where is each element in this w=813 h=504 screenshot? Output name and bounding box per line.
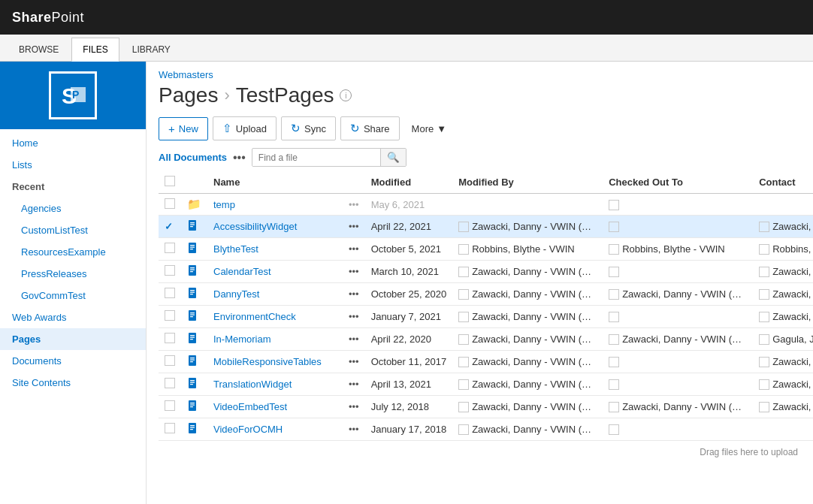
row-checkbox[interactable] [165,265,175,276]
file-link[interactable]: In-Memoriam [213,333,271,345]
row-options-cell[interactable]: ••• [343,261,365,283]
col-name[interactable]: Name [207,171,343,194]
checkout-checkbox[interactable] [609,289,619,300]
checkout-checkbox-empty[interactable] [609,312,619,322]
docs-options-button[interactable]: ••• [233,151,246,164]
file-link[interactable]: CalendarTest [213,266,271,277]
col-modified-by[interactable]: Modified By [452,171,603,194]
svg-rect-25 [190,335,195,336]
contact-checkbox[interactable] [759,289,769,300]
checkout-checkbox[interactable] [609,334,619,345]
contact-checkbox[interactable] [759,402,769,412]
modby-checkbox[interactable] [458,289,469,300]
row-options-cell[interactable]: ••• [343,351,365,373]
row-modified-cell: October 11, 2017 [365,351,452,373]
col-modified[interactable]: Modified [365,171,452,194]
modby-checkbox[interactable] [458,222,469,232]
checkout-checkbox-empty[interactable] [609,379,619,390]
row-checkbox[interactable] [165,288,175,298]
sidebar-item-agencies[interactable]: Agencies [0,198,146,219]
modby-checkbox[interactable] [458,402,469,412]
modby-checkbox[interactable] [458,424,469,435]
modby-checkbox[interactable] [458,267,469,277]
sidebar-item-sitecontents[interactable]: Site Contents [0,372,146,394]
file-link[interactable]: VideoForOCMH [213,424,283,435]
aspx-icon [187,309,199,321]
search-button[interactable]: 🔍 [380,149,406,166]
modby-checkbox[interactable] [458,334,469,345]
search-input[interactable] [252,149,380,166]
checkout-checkbox-empty[interactable] [609,424,619,435]
row-options-cell[interactable]: ••• [343,418,365,441]
checkout-checkbox-empty[interactable] [609,357,619,367]
row-checkbox[interactable] [165,400,175,411]
modby-checkbox[interactable] [458,357,469,367]
sidebar-item-lists[interactable]: Lists [0,154,146,176]
col-contact[interactable]: Contact [753,171,813,194]
row-checkbox[interactable] [165,333,175,343]
row-checkbox[interactable] [165,310,175,321]
checkout-checkbox-empty[interactable] [609,222,619,232]
upload-button[interactable]: ⇧ Upload [213,116,277,140]
contact-checkbox[interactable] [759,267,769,277]
contact-checkbox[interactable] [759,379,769,390]
new-button[interactable]: + New [159,117,208,140]
row-options-cell[interactable]: ••• [343,238,365,261]
modby-checkbox[interactable] [458,312,469,322]
contact-text: Zawacki, Da [772,356,813,367]
info-icon[interactable]: i [340,89,352,101]
breadcrumb[interactable]: Webmasters [159,69,801,80]
row-checkbox[interactable] [165,355,175,366]
row-options-cell[interactable]: ••• [343,396,365,418]
row-checkbox[interactable] [165,378,175,388]
contact-checkbox[interactable] [759,357,769,367]
row-options-cell[interactable]: ••• [343,306,365,328]
sidebar-item-home[interactable]: Home [0,132,146,154]
sidebar-item-resourcesexample[interactable]: ResourcesExample [0,241,146,263]
row-checkbox[interactable] [165,198,175,209]
tab-browse[interactable]: BROWSE [8,38,70,61]
sidebar-item-pages[interactable]: Pages [0,328,146,350]
contact-checkbox[interactable] [759,334,769,345]
file-link[interactable]: AccessibilityWidget [213,221,297,232]
file-link[interactable]: BlytheTest [213,243,258,255]
header-checkbox[interactable] [165,176,175,186]
contact-checkbox[interactable] [759,312,769,322]
sidebar-item-customlisttest[interactable]: CustomListTest [0,219,146,241]
tab-files[interactable]: FILES [71,38,119,62]
file-link[interactable]: MobileResponsiveTables [213,356,322,367]
modby-checkbox[interactable] [458,379,469,390]
checkout-checkbox-empty[interactable] [609,200,619,210]
modby-checkbox[interactable] [458,244,469,255]
svg-rect-12 [189,265,196,276]
col-checked-out-to[interactable]: Checked Out To [603,171,753,194]
check-mark[interactable]: ✓ [165,221,173,232]
row-options-cell[interactable]: ••• [343,283,365,306]
row-name-cell: In-Memoriam [207,328,343,351]
row-checkbox[interactable] [165,423,175,433]
checkout-checkbox[interactable] [609,244,619,255]
sidebar-item-govcommtest[interactable]: GovCommTest [0,285,146,306]
file-link[interactable]: EnvironmentCheck [213,311,296,322]
tab-library[interactable]: LIBRARY [121,38,182,61]
contact-checkbox[interactable] [759,222,769,232]
row-options-cell[interactable]: ••• [343,373,365,396]
file-link[interactable]: VideoEmbedTest [213,401,287,412]
sidebar-item-webawards[interactable]: Web Awards [0,306,146,328]
row-checkbox[interactable] [165,243,175,253]
sidebar-item-pressreleases[interactable]: PressReleases [0,263,146,285]
file-link[interactable]: temp [213,199,235,210]
checkout-checkbox[interactable] [609,402,619,412]
sidebar-item-documents[interactable]: Documents [0,350,146,372]
share-button[interactable]: ↻ Share [340,116,400,140]
checkout-checkbox-empty[interactable] [609,267,619,277]
row-options-cell[interactable]: ••• [343,328,365,351]
all-documents-link[interactable]: All Documents [159,152,227,163]
contact-checkbox[interactable] [759,244,769,255]
sync-button[interactable]: ↻ Sync [281,116,336,140]
file-link[interactable]: DannyTest [213,288,259,300]
row-options-cell[interactable]: ••• [343,194,365,216]
more-button[interactable]: More ▼ [404,119,455,139]
file-link[interactable]: TranslationWidget [213,379,292,390]
row-options-cell[interactable]: ••• [343,216,365,238]
